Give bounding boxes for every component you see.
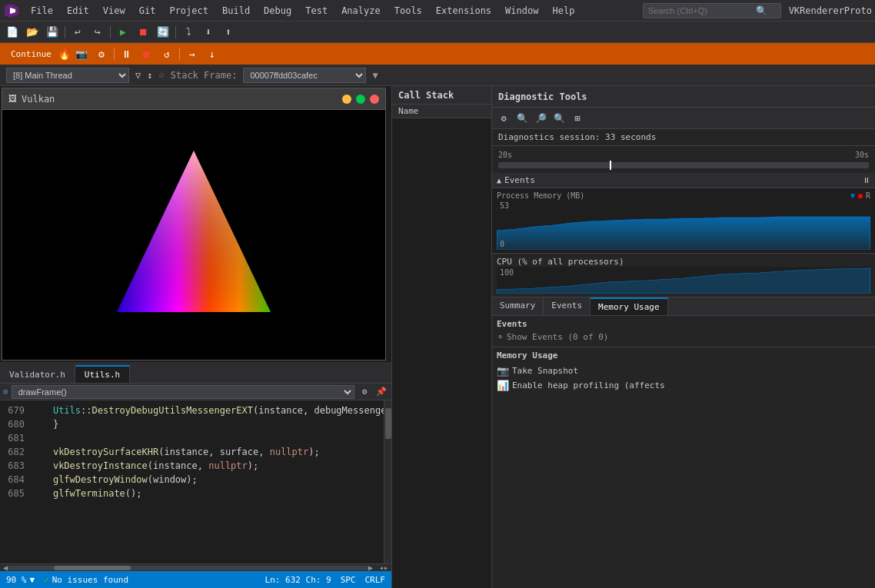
step-into-debug-btn[interactable]: ↓	[203, 45, 221, 62]
take-snapshot-item[interactable]: 📷 Take Snapshot	[497, 364, 870, 378]
vulkan-icon: 🖼	[8, 94, 17, 104]
thread-select[interactable]: [8] Main Thread	[6, 68, 129, 83]
redo-btn[interactable]: ↪	[88, 24, 107, 41]
code-editor: Validator.h Utils.h ⊙ drawFrame() ⚙ 📌 67…	[0, 362, 391, 588]
vulkan-canvas	[2, 110, 385, 360]
diag-fit-btn[interactable]: ⊞	[569, 111, 586, 126]
tab-memory-usage[interactable]: Memory Usage	[591, 297, 667, 315]
left-panel: 🖼 Vulkan	[0, 86, 392, 588]
stack-frame-label: Stack Frame:	[171, 70, 238, 81]
menu-extensions[interactable]: Extensions	[430, 4, 497, 18]
new-file-btn[interactable]: 📄	[3, 24, 22, 41]
app-title: VKRendererProto	[789, 5, 872, 16]
debug-start-btn[interactable]: ▶	[114, 24, 132, 41]
events-subsection-title: Events	[497, 319, 870, 329]
timeline-bar[interactable]	[498, 162, 869, 168]
open-btn[interactable]: 📂	[23, 24, 42, 41]
timeline-label-30s: 30s	[855, 151, 869, 159]
func-settings-btn[interactable]: ⚙	[358, 385, 371, 399]
menu-debug[interactable]: Debug	[258, 4, 298, 18]
settings-toolbar-btn[interactable]: ⚙	[92, 45, 111, 62]
line-text-680: }	[31, 417, 58, 431]
function-select[interactable]: drawFrame()	[12, 385, 354, 399]
func-pin-btn[interactable]: 📌	[374, 385, 388, 399]
save-btn[interactable]: 💾	[43, 24, 62, 41]
menu-edit[interactable]: Edit	[61, 4, 95, 18]
step-out-btn[interactable]: ⬆	[219, 24, 238, 41]
diagnostic-tabs: Summary Events Memory Usage	[492, 297, 875, 316]
proc-memory-svg	[497, 200, 870, 250]
tab-utils[interactable]: Utils.h	[75, 365, 130, 383]
code-content: 679 Utils::DestroyDebugUtilsMessengerEXT…	[0, 400, 384, 503]
zoom-dropdown-icon: ▼	[30, 575, 35, 585]
step-over-btn[interactable]: ⤵	[179, 24, 198, 41]
vulkan-close-btn[interactable]	[370, 95, 379, 104]
continue-btn[interactable]: Continue	[6, 48, 56, 61]
menu-help[interactable]: Help	[546, 4, 581, 18]
cpu-max-label: 100	[500, 268, 514, 277]
undo-btn[interactable]: ↩	[68, 24, 87, 41]
vulkan-triangle	[94, 135, 294, 335]
restart-debug-btn[interactable]: ↺	[158, 45, 176, 62]
code-vscroll-thumb[interactable]	[385, 408, 391, 439]
debug-stop-btn[interactable]: ⏹	[134, 24, 152, 41]
menu-window[interactable]: Window	[499, 4, 544, 18]
menu-tools[interactable]: Tools	[388, 4, 428, 18]
code-vscrollbar[interactable]	[384, 400, 391, 563]
menu-file[interactable]: File	[25, 4, 59, 18]
show-events-item[interactable]: ⚬ Show Events (0 of 0)	[497, 331, 870, 344]
vulkan-title: Vulkan	[22, 94, 342, 105]
diag-search-btn[interactable]: 🔍	[514, 111, 531, 126]
debug-restart-btn[interactable]: 🔄	[154, 24, 172, 41]
vulkan-titlebar: 🖼 Vulkan	[2, 88, 385, 110]
callstack-body	[392, 118, 491, 588]
heap-profiling-item[interactable]: 📊 Enable heap profiling (affects	[497, 378, 870, 393]
memory-filter-icon[interactable]: ▼	[850, 191, 855, 200]
tab-summary[interactable]: Summary	[492, 297, 544, 315]
menu-view[interactable]: View	[97, 4, 131, 18]
stack-frame-expand-icon: ▼	[372, 70, 378, 81]
stop-btn[interactable]: ⏹	[138, 45, 156, 62]
pause-btn[interactable]: ⏸	[118, 45, 136, 62]
menu-git[interactable]: Git	[133, 4, 162, 18]
tab-validator[interactable]: Validator.h	[0, 367, 75, 383]
menu-build[interactable]: Build	[216, 4, 256, 18]
timeline-cursor[interactable]	[610, 161, 611, 170]
scroll-thumb[interactable]	[54, 566, 131, 570]
events-section-header[interactable]: ▲ Events ⏸	[492, 173, 875, 188]
tab-events[interactable]: Events	[544, 297, 591, 315]
vulkan-minimize-btn[interactable]	[342, 95, 351, 104]
step-into-btn[interactable]: ⬇	[199, 24, 218, 41]
proc-memory-min-label: 0	[500, 240, 504, 248]
debug-sep-2	[179, 48, 180, 60]
search-box[interactable]: 🔍	[643, 3, 781, 18]
diag-zoom-out-btn[interactable]: 🔍	[551, 111, 567, 126]
stack-frame-select[interactable]: 00007ffdd03cafec	[243, 68, 366, 83]
diagnostic-toolbar: ⚙ 🔍 🔎 🔍 ⊞	[492, 108, 875, 129]
timeline-labels: 20s 30s	[498, 149, 869, 161]
camera-toolbar-btn[interactable]: 📷	[72, 45, 91, 62]
diag-zoom-in-btn[interactable]: 🔎	[532, 111, 549, 126]
search-input[interactable]	[648, 6, 756, 15]
line-num-685: 685	[3, 487, 31, 500]
cpu-chart: 100	[497, 267, 870, 294]
proc-memory-header: Process Memory (MB) ▼ ● R	[497, 191, 870, 200]
debug-toolbar: Continue 🔥 📷 ⚙ ⏸ ⏹ ↺ → ↓	[0, 43, 875, 65]
callstack-col-header: Name	[392, 105, 491, 118]
zoom-level[interactable]: 90 % ▼	[6, 575, 35, 585]
step-over-debug-btn[interactable]: →	[183, 45, 201, 62]
timeline-area: 20s 30s	[492, 146, 875, 173]
scroll-track[interactable]	[8, 566, 368, 570]
code-hscrollbar[interactable]: ◀ ▶ ◂ ▸	[0, 563, 391, 571]
menu-analyze[interactable]: Analyze	[335, 4, 387, 18]
take-snapshot-label: Take Snapshot	[512, 366, 578, 376]
diag-settings-btn[interactable]: ⚙	[495, 111, 512, 126]
debug-sep-1	[114, 48, 115, 60]
vulkan-maximize-btn[interactable]	[356, 95, 365, 104]
camera-icon: 📷	[497, 365, 509, 377]
menu-test[interactable]: Test	[299, 4, 334, 18]
events-expand-btn[interactable]: ⏸	[863, 176, 870, 184]
process-memory-chart: 53 0	[497, 200, 870, 250]
line-num-681: 681	[3, 431, 31, 445]
menu-project[interactable]: Project	[163, 4, 215, 18]
